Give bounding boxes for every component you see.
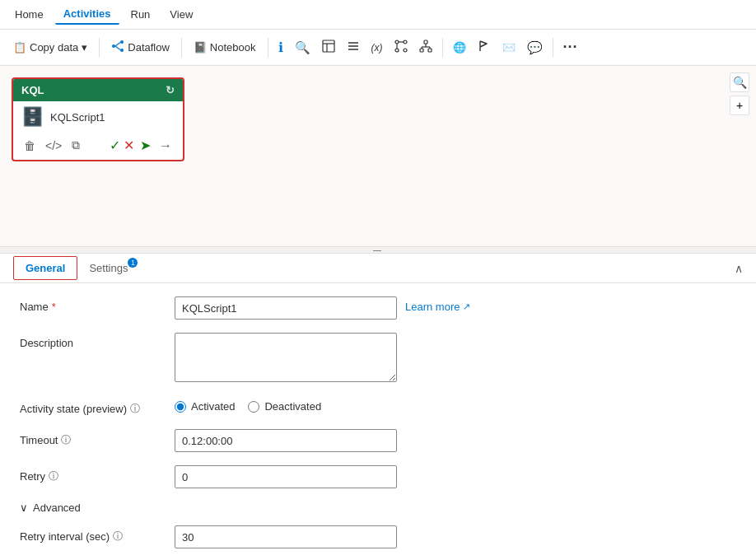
table-button[interactable] (317, 36, 340, 58)
next-button[interactable]: → (156, 137, 175, 155)
timeout-row: Timeout ⓘ (20, 429, 736, 452)
svg-point-1 (120, 40, 124, 44)
copy-data-button[interactable]: 📋 Copy data ▾ (7, 38, 94, 57)
panel-collapse-button[interactable]: ∧ (735, 262, 743, 275)
retry-info-icon[interactable]: ⓘ (49, 469, 58, 483)
tab-settings[interactable]: Settings 1 (77, 256, 139, 280)
list-button[interactable] (342, 36, 365, 58)
settings-badge: 1 (128, 258, 138, 268)
tab-general[interactable]: General (13, 256, 77, 280)
kql-activity-card[interactable]: KQL ↻ 🗄️ KQLScript1 🗑 </> ⧉ ✓ ✕ ➤ → (12, 77, 184, 161)
search-button[interactable]: 🔍 (290, 37, 315, 58)
activity-state-label: Activity state (preview) ⓘ (20, 398, 168, 416)
nav-view[interactable]: View (161, 5, 201, 24)
check-icon: ✓ (110, 138, 120, 153)
email-icon: ✉️ (502, 41, 516, 54)
description-input[interactable] (175, 333, 397, 382)
props-tabs-left: General Settings 1 (13, 256, 139, 280)
activated-radio[interactable] (175, 401, 186, 413)
activity-card-refresh-icon: ↻ (166, 84, 175, 96)
nav-home[interactable]: Home (7, 5, 52, 24)
retry-interval-row: Retry interval (sec) ⓘ (20, 525, 736, 548)
zoom-controls: 🔍 + (730, 72, 749, 115)
notebook-button[interactable]: 📓 Notebook (187, 38, 263, 57)
deactivated-radio[interactable] (248, 401, 259, 413)
svg-line-3 (115, 43, 120, 47)
timeout-label: Timeout ⓘ (20, 429, 168, 447)
variable-icon: (x) (371, 42, 383, 54)
copy-data-chevron: ▾ (82, 41, 87, 54)
card-left-actions: 🗑 </> ⧉ (21, 137, 82, 154)
x-icon: ✕ (124, 138, 134, 153)
info-button[interactable]: ℹ (273, 36, 288, 58)
retry-interval-control (175, 525, 736, 548)
branch-button[interactable] (414, 36, 437, 58)
nav-activities[interactable]: Activities (55, 4, 119, 25)
toolbar-separator-1 (99, 38, 100, 58)
name-input[interactable] (175, 296, 397, 320)
notebook-icon: 📓 (194, 41, 207, 54)
activity-state-radio-group: Activated Deactivated (175, 398, 321, 413)
retry-interval-label: Retry interval (sec) ⓘ (20, 525, 168, 544)
form-area: Name * Learn more ↗ Description (0, 283, 756, 560)
retry-interval-input[interactable] (175, 525, 397, 548)
table-icon (322, 40, 335, 55)
advanced-toggle[interactable]: ∨ Advanced (20, 502, 736, 514)
retry-input[interactable] (175, 465, 397, 488)
learn-more-link[interactable]: Learn more ↗ (405, 296, 470, 313)
properties-panel: General Settings 1 ∧ Name * Learn more ↗ (0, 254, 756, 560)
retry-interval-info-icon[interactable]: ⓘ (113, 530, 123, 544)
tab-general-label: General (26, 262, 65, 274)
deactivated-label: Deactivated (264, 400, 321, 413)
zoom-plus-button[interactable]: + (730, 96, 749, 115)
activity-card-name: KQLScript1 (50, 111, 105, 124)
branch-icon (419, 40, 432, 55)
retry-row: Retry ⓘ (20, 465, 736, 488)
copy-button[interactable]: ⧉ (69, 137, 82, 154)
delete-button[interactable]: 🗑 (21, 137, 38, 154)
retry-control (175, 465, 736, 488)
dataflow-label: Dataflow (128, 41, 170, 54)
dataflow-button[interactable]: Dataflow (105, 36, 176, 58)
email-button[interactable]: ✉️ (497, 38, 520, 57)
script-button[interactable]: </> (43, 137, 64, 154)
name-row: Name * Learn more ↗ (20, 296, 736, 320)
connect-icon (394, 40, 408, 55)
deactivated-radio-label[interactable]: Deactivated (248, 400, 321, 413)
flag-button[interactable] (473, 36, 496, 58)
activity-state-row: Activity state (preview) ⓘ Activated Dea… (20, 398, 736, 416)
variable-button[interactable]: (x) (366, 39, 388, 57)
timeout-input[interactable] (175, 429, 397, 452)
svg-point-0 (112, 44, 115, 48)
activity-card-actions: 🗑 </> ⧉ ✓ ✕ ➤ → (13, 133, 183, 160)
external-link-icon: ↗ (463, 301, 470, 312)
toolbar-separator-2 (181, 38, 182, 58)
canvas-area: KQL ↻ 🗄️ KQLScript1 🗑 </> ⧉ ✓ ✕ ➤ → (0, 66, 756, 247)
activated-radio-label[interactable]: Activated (175, 400, 235, 413)
learn-more-label: Learn more (405, 301, 460, 313)
activity-card-title: KQL (21, 84, 44, 96)
timeout-info-icon[interactable]: ⓘ (61, 433, 71, 447)
teams-button[interactable]: 💬 (522, 37, 548, 58)
advanced-label: Advanced (33, 502, 81, 514)
list-icon (347, 40, 360, 55)
zoom-search-button[interactable]: 🔍 (730, 72, 749, 92)
svg-rect-5 (323, 40, 334, 52)
svg-rect-19 (428, 49, 432, 52)
retry-label: Retry ⓘ (20, 465, 168, 483)
activity-card-body: 🗄️ KQLScript1 (13, 101, 183, 133)
svg-point-14 (404, 49, 407, 52)
globe-button[interactable]: 🌐 (448, 38, 471, 57)
advanced-chevron-icon: ∨ (20, 502, 28, 514)
activity-state-info-icon[interactable]: ⓘ (130, 402, 140, 416)
notebook-label: Notebook (210, 41, 256, 54)
nav-run[interactable]: Run (123, 5, 159, 24)
connect-button[interactable] (390, 36, 413, 58)
more-icon: ··· (563, 39, 578, 56)
info-icon: ℹ (278, 40, 283, 55)
more-button[interactable]: ··· (558, 35, 583, 59)
collapse-bar[interactable]: — (0, 247, 756, 254)
go-button[interactable]: ➤ (138, 136, 153, 155)
flag-icon (478, 40, 491, 55)
top-navigation: Home Activities Run View (0, 0, 756, 30)
